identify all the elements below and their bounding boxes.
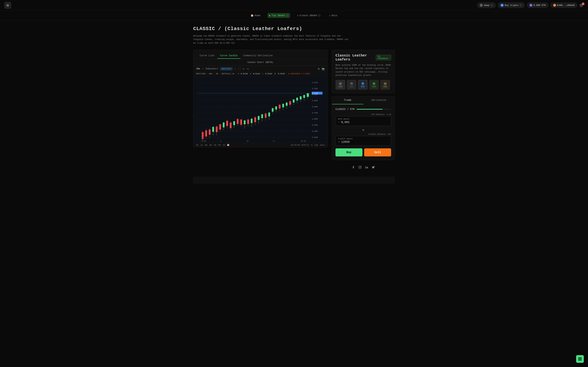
tab-trade[interactable]: Trade [332, 96, 363, 104]
facebook-icon[interactable] [352, 166, 355, 170]
undo-icon[interactable]: ↩ [242, 67, 245, 70]
chart-toolbar: 30m ⚡ Indicators DEXT/ETH | ⛶ ↩ ↪ ⚙ 📷 [193, 66, 328, 72]
svg-rect-125 [580, 358, 581, 359]
high-label: H [250, 73, 251, 75]
nav-item-top-dn404[interactable]: ▶ Top DN404 i [268, 13, 290, 18]
tf-1d[interactable]: 1d [223, 144, 225, 146]
token-description: When achieve 100% of the bonding curve ~… [336, 64, 391, 77]
close-price: 0.5142 [278, 73, 285, 75]
page-title: CLASSIC / (Classic Leather Loafers) [193, 26, 395, 32]
expand-icon[interactable]: ⛶ [238, 67, 241, 70]
linkedin-icon[interactable] [365, 166, 368, 170]
social-row [332, 163, 395, 173]
svg-point-96 [341, 83, 341, 84]
tf-5y[interactable]: 5y [196, 144, 199, 146]
tab-community-derivative[interactable]: Community Derivative [241, 53, 276, 59]
token-header: Classic Leather Loafers IN PROGRESS [336, 53, 391, 61]
swap-info-icon[interactable]: i [490, 4, 493, 7]
nft-thumb-1[interactable] [336, 80, 345, 90]
tf-3m[interactable]: 3m [209, 144, 212, 146]
weth-input-group: WETH amount − 0,001 [336, 116, 391, 126]
classic-balance-row: CLASSIC Balance: 15k [336, 133, 391, 135]
classic-input-group: CLASSIC amount + 12050 [336, 136, 391, 146]
svg-text:0.4400: 0.4400 [312, 130, 318, 132]
buy-crypto-button[interactable]: C Buy Crypto i [498, 2, 525, 8]
svg-rect-54 [275, 106, 277, 109]
pair-label[interactable]: DEXT/ETH [220, 67, 233, 70]
chart-panel: Curve Line Curve Candle Community Deriva… [193, 50, 328, 147]
nav-item-create-dn404[interactable]: ✦ Create DN404 i [295, 13, 322, 18]
token-name: Classic Leather Loafers [336, 53, 374, 61]
buy-crypto-info-icon[interactable]: i [519, 4, 522, 7]
camera-icon[interactable]: 📷 [322, 67, 325, 70]
calendar-icon[interactable]: 📅 [227, 144, 229, 146]
auto-scale-btn[interactable]: auto [320, 144, 325, 146]
svg-rect-105 [361, 85, 365, 88]
svg-rect-72 [307, 93, 309, 97]
chart-toolbar-right: ⚙ 📷 [318, 67, 325, 70]
nft-thumb-4[interactable] [369, 80, 379, 90]
svg-text:0.5142: 0.5142 [312, 92, 318, 94]
tab-derivative[interactable]: Derivative [363, 96, 395, 104]
cart-button[interactable]: 🛒 0 [579, 3, 584, 7]
swap-arrow-button[interactable]: ⇅ [336, 128, 391, 132]
nav-item-home[interactable]: 🏠 Home [249, 13, 262, 18]
classic-input-row: + 12050 [338, 141, 389, 144]
svg-text:TV: TV [202, 137, 204, 140]
chart-toolbar-left: 30m ⚡ Indicators DEXT/ETH | ⛶ ↩ ↪ [196, 67, 249, 70]
buy-button[interactable]: Buy [336, 148, 363, 156]
svg-rect-0 [197, 76, 311, 143]
svg-rect-127 [580, 359, 581, 360]
tab-curve-candle[interactable]: Curve Candle [217, 53, 241, 59]
weth-input-row: − 0,001 [338, 121, 389, 124]
token-card: Classic Leather Loafers IN PROGRESS When… [332, 50, 395, 93]
classic-value[interactable]: 12050 [341, 141, 350, 144]
nav-create-dn404-label: Create DN404 [299, 14, 317, 17]
bottom-section [193, 177, 395, 184]
tab-curve-line[interactable]: Curve Line [197, 53, 217, 59]
home-icon: 🏠 [251, 14, 254, 17]
close-val: C [275, 73, 276, 75]
svg-rect-30 [233, 121, 235, 125]
tf-1m[interactable]: 1m [214, 144, 216, 146]
twitter-icon[interactable] [372, 166, 375, 170]
chart-area: Candle Chart (BETA) 30m ⚡ Indicators DEX… [193, 59, 328, 147]
tf-1y[interactable]: 1y [200, 144, 203, 146]
nft-thumb-5[interactable] [380, 80, 390, 90]
separator: | [235, 68, 236, 70]
indicators-label[interactable]: Indicators [206, 68, 218, 70]
redo-icon[interactable]: ↪ [247, 67, 249, 70]
nft-thumb-3[interactable] [358, 80, 368, 90]
eth-icon [529, 4, 532, 7]
page-description: Notpump use DN404 standard to generate t… [193, 34, 351, 45]
nft-thumb-2[interactable] [347, 80, 356, 90]
weth-value[interactable]: 0,001 [341, 121, 350, 124]
trade-tabs: Trade Derivative [332, 96, 395, 104]
svg-rect-124 [579, 358, 579, 359]
sell-button[interactable]: Sell [364, 148, 391, 156]
svg-rect-44 [258, 116, 259, 120]
wallet-address[interactable]: 0xDA...c884e0 [551, 3, 577, 8]
tf-5d[interactable]: 5d [218, 144, 221, 146]
eth-balance: 0.000 ETH [527, 3, 548, 8]
chart-bottom-bar: 5y 1y 6m 3m 1m 5d 1d 📅 18:44:05 (UTC+7) … [193, 143, 328, 147]
svg-point-122 [361, 166, 361, 167]
settings-icon[interactable]: ⚙ [318, 67, 320, 70]
floating-action-button[interactable] [576, 355, 584, 363]
indicators-icon: ⚡ [202, 68, 203, 70]
svg-text:0.4600: 0.4600 [312, 118, 318, 120]
instagram-icon[interactable] [358, 166, 362, 170]
nav-item-docs[interactable]: ↗ Docs [328, 13, 339, 18]
tf-6m[interactable]: 6m [205, 144, 207, 146]
weth-minus-button[interactable]: − [338, 121, 340, 124]
svg-text:0.4900: 0.4900 [312, 100, 318, 101]
svg-rect-94 [338, 85, 343, 88]
svg-text:0.5100: 0.5100 [312, 88, 318, 90]
log-scale-btn[interactable]: log [314, 144, 318, 146]
wallet-addr-text: 0xDA...c884e0 [557, 4, 575, 7]
swap-button[interactable]: ⚡ Swap i [477, 2, 496, 8]
timeframe-label[interactable]: 30m [196, 68, 200, 70]
percent-icon: % [311, 144, 312, 146]
svg-rect-32 [237, 119, 239, 124]
nav-docs-label: Docs [331, 14, 337, 17]
